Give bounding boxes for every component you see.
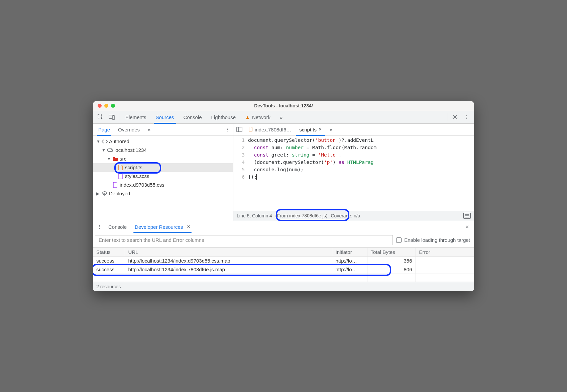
tab-lighthouse[interactable]: Lighthouse bbox=[207, 111, 240, 123]
chevron-down-icon: ▼ bbox=[102, 148, 106, 153]
tab-network[interactable]: ▲ Network bbox=[240, 111, 275, 123]
close-tab-icon[interactable]: × bbox=[319, 126, 322, 132]
navigator-menu-icon[interactable]: ⋮ bbox=[222, 124, 233, 135]
tree-host[interactable]: ▼ localhost:1234 bbox=[93, 146, 233, 155]
toggle-navigator-icon[interactable] bbox=[235, 127, 244, 132]
tree-folder-src[interactable]: ▼ src bbox=[93, 155, 233, 163]
pretty-print-icon[interactable] bbox=[463, 213, 471, 219]
cell-error bbox=[416, 256, 474, 265]
inspect-element-icon[interactable] bbox=[95, 111, 106, 123]
svg-rect-4 bbox=[237, 127, 242, 132]
cell-initiator: http://lo… bbox=[332, 265, 367, 274]
tree-file-indexcss[interactable]: index.d9703d55.css bbox=[93, 181, 233, 189]
tree-label: script.ts bbox=[125, 165, 142, 170]
warning-icon: ▲ bbox=[245, 114, 250, 120]
source-editor-pane: index.7808df6… script.ts × » 123456 docu… bbox=[233, 124, 474, 221]
source-map-link[interactable]: index.7808df6e.js bbox=[289, 213, 326, 218]
table-row-empty bbox=[93, 274, 474, 282]
tab-sources[interactable]: Sources bbox=[151, 111, 179, 123]
cell-url: http://localhost:1234/index.d9703d55.css… bbox=[125, 256, 332, 265]
window-title: DevTools - localhost:1234/ bbox=[93, 103, 474, 108]
svg-point-3 bbox=[454, 116, 456, 118]
navigator-tab-page[interactable]: Page bbox=[94, 124, 114, 135]
drawer-tab-developer-resources[interactable]: Developer Resources × bbox=[131, 221, 194, 233]
col-header-status[interactable]: Status bbox=[93, 248, 125, 256]
tree-label: Authored bbox=[109, 138, 129, 144]
drawer-tabs: ⋮ Console Developer Resources × × bbox=[93, 221, 474, 233]
coverage-status: Coverage: n/a bbox=[331, 213, 360, 218]
editor-more-tabs[interactable]: » bbox=[326, 124, 336, 135]
editor-tab-index[interactable]: index.7808df6… bbox=[245, 124, 295, 135]
drawer: ⋮ Console Developer Resources × × Enable… bbox=[93, 221, 474, 291]
tree-label: Deployed bbox=[109, 191, 130, 196]
editor-tab-strip: index.7808df6… script.ts × » bbox=[233, 124, 474, 136]
tab-label: script.ts bbox=[299, 127, 317, 132]
editor-tab-script[interactable]: script.ts × bbox=[296, 124, 325, 135]
tree-label: src bbox=[120, 156, 126, 162]
close-drawer-icon[interactable]: × bbox=[462, 221, 472, 233]
navigator-tabs: Page Overrides » ⋮ bbox=[93, 124, 233, 136]
cell-status: success bbox=[93, 256, 125, 265]
chevron-down-icon: ▼ bbox=[96, 139, 100, 144]
sources-panel: Page Overrides » ⋮ ▼ Authored bbox=[93, 124, 474, 221]
checkbox-label: Enable loading through target bbox=[404, 237, 470, 243]
tree-authored[interactable]: ▼ Authored bbox=[93, 137, 233, 146]
cell-bytes: 356 bbox=[367, 256, 416, 265]
device-toolbar-icon[interactable] bbox=[106, 111, 118, 123]
cell-initiator: http://lo… bbox=[332, 256, 367, 265]
file-icon bbox=[118, 165, 124, 170]
tree-file-styles[interactable]: styles.scss bbox=[93, 172, 233, 181]
code-icon bbox=[102, 139, 108, 144]
col-header-bytes[interactable]: Total Bytes bbox=[367, 248, 416, 256]
settings-icon[interactable] bbox=[449, 111, 461, 123]
main-toolbar: Elements Sources Console Lighthouse ▲ Ne… bbox=[93, 111, 474, 124]
col-header-initiator[interactable]: Initiator bbox=[332, 248, 367, 256]
cell-url: http://localhost:1234/index.7808df6e.js.… bbox=[125, 265, 332, 274]
col-header-error[interactable]: Error bbox=[416, 248, 474, 256]
tree-deployed[interactable]: ▶ Deployed bbox=[93, 189, 233, 198]
resources-table-wrap: Status URL Initiator Total Bytes Error s… bbox=[93, 248, 474, 282]
titlebar: DevTools - localhost:1234/ bbox=[93, 101, 474, 111]
tab-elements[interactable]: Elements bbox=[121, 111, 151, 123]
code-editor[interactable]: 123456 document.querySelector('button')?… bbox=[233, 136, 474, 211]
col-header-url[interactable]: URL bbox=[125, 248, 332, 256]
table-row[interactable]: success http://localhost:1234/index.7808… bbox=[93, 265, 474, 274]
tab-label: index.7808df6… bbox=[255, 127, 291, 132]
file-icon bbox=[112, 182, 118, 188]
file-tree: ▼ Authored ▼ localhost:1234 bbox=[93, 136, 233, 221]
resources-footer: 2 resources bbox=[93, 282, 474, 291]
file-icon bbox=[249, 127, 253, 132]
folder-icon bbox=[112, 157, 118, 161]
tab-label: Developer Resources bbox=[135, 224, 183, 230]
source-map-origin: (From index.7808df6e.js) bbox=[275, 213, 328, 218]
kebab-menu-icon[interactable]: ⋮ bbox=[461, 111, 472, 123]
enable-loading-checkbox[interactable]: Enable loading through target bbox=[396, 237, 472, 243]
line-gutter: 123456 bbox=[233, 136, 248, 211]
deployed-icon bbox=[102, 191, 108, 196]
cell-status: success bbox=[93, 265, 125, 274]
resources-table: Status URL Initiator Total Bytes Error s… bbox=[93, 248, 474, 282]
drawer-menu-icon[interactable]: ⋮ bbox=[95, 221, 104, 233]
editor-status-bar: Line 6, Column 4 (From index.7808df6e.js… bbox=[233, 211, 474, 221]
chevron-down-icon: ▼ bbox=[107, 157, 111, 161]
code-content: document.querySelector('button')?.addEve… bbox=[248, 136, 474, 211]
drawer-tab-console[interactable]: Console bbox=[104, 221, 131, 233]
table-row[interactable]: success http://localhost:1234/index.d970… bbox=[93, 256, 474, 265]
navigator-more-tabs[interactable]: » bbox=[144, 124, 154, 135]
close-tab-icon[interactable]: × bbox=[187, 224, 190, 230]
resources-filter-row: Enable loading through target bbox=[93, 233, 474, 248]
more-tabs-button[interactable]: » bbox=[275, 111, 287, 123]
tree-label: styles.scss bbox=[125, 173, 149, 179]
devtools-window: DevTools - localhost:1234/ Elements Sour… bbox=[93, 101, 474, 291]
cloud-icon bbox=[107, 148, 113, 153]
navigator-tab-overrides[interactable]: Overrides bbox=[114, 124, 144, 135]
svg-rect-2 bbox=[112, 116, 115, 119]
tree-file-script[interactable]: script.ts bbox=[93, 163, 233, 172]
cell-bytes: 806 bbox=[367, 265, 416, 274]
cell-error bbox=[416, 265, 474, 274]
cursor-position: Line 6, Column 4 bbox=[237, 213, 272, 218]
file-icon bbox=[118, 174, 124, 179]
search-input[interactable] bbox=[95, 235, 393, 245]
tab-network-label: Network bbox=[252, 114, 270, 120]
tab-console[interactable]: Console bbox=[179, 111, 207, 123]
